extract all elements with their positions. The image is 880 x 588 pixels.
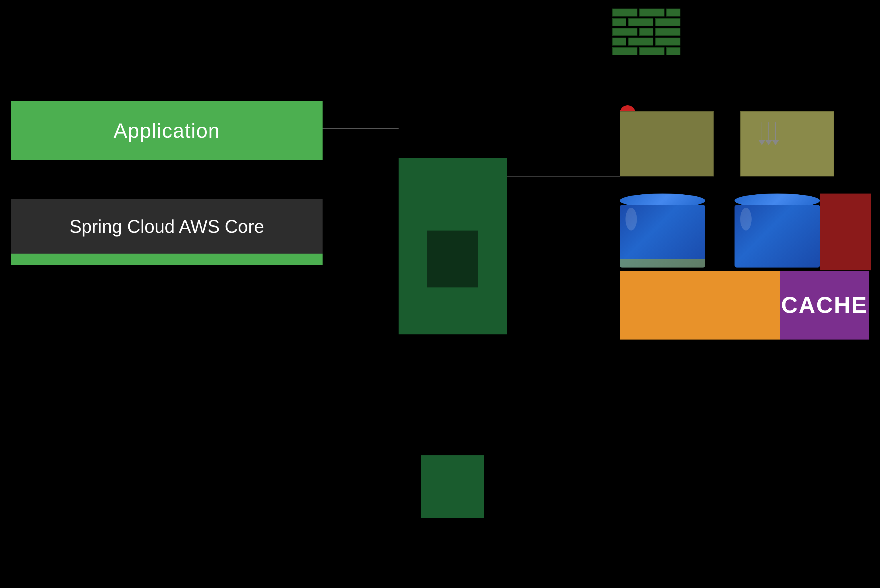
brick-7 (612, 28, 637, 36)
cache-label: CACHE (781, 292, 868, 318)
spring-cloud-label: Spring Cloud AWS Core (69, 216, 264, 237)
brick-5 (628, 18, 653, 26)
arrow-indicators-group (760, 122, 777, 145)
application-box: Application (11, 101, 323, 160)
spring-box-green-accent (11, 254, 323, 265)
olive-box-right (740, 111, 834, 177)
cache-box: CACHE (780, 271, 869, 339)
application-label: Application (114, 119, 220, 142)
brick-6 (655, 18, 680, 26)
brick-13 (612, 47, 637, 55)
cylinder-body-left (620, 205, 705, 267)
center-module-inner-block (427, 231, 478, 288)
brick-12 (655, 38, 680, 45)
aws-server-icon (612, 9, 680, 66)
cylinder-body-right (734, 205, 820, 267)
brick-9 (655, 28, 680, 36)
brick-14 (639, 47, 664, 55)
red-rectangle (820, 194, 871, 270)
brick-1 (612, 9, 637, 16)
brick-8 (639, 28, 653, 36)
brick-11 (628, 38, 653, 45)
blue-cylinder-right (734, 194, 820, 270)
olive-box-left (620, 111, 714, 177)
brick-3 (666, 9, 680, 16)
brick-15 (666, 47, 680, 55)
connector-vertical-right (620, 111, 620, 339)
arrow-down-3 (774, 122, 777, 145)
arrow-down-1 (760, 122, 764, 145)
brick-4 (612, 18, 626, 26)
spring-cloud-box: Spring Cloud AWS Core (11, 199, 323, 259)
blue-cylinder-left (620, 194, 705, 270)
brick-10 (612, 38, 626, 45)
connector-main-horizontal (507, 177, 620, 177)
brick-2 (639, 9, 664, 16)
bottom-module-block (421, 455, 484, 518)
arrow-down-2 (767, 122, 770, 145)
connector-app-to-center (323, 128, 399, 129)
